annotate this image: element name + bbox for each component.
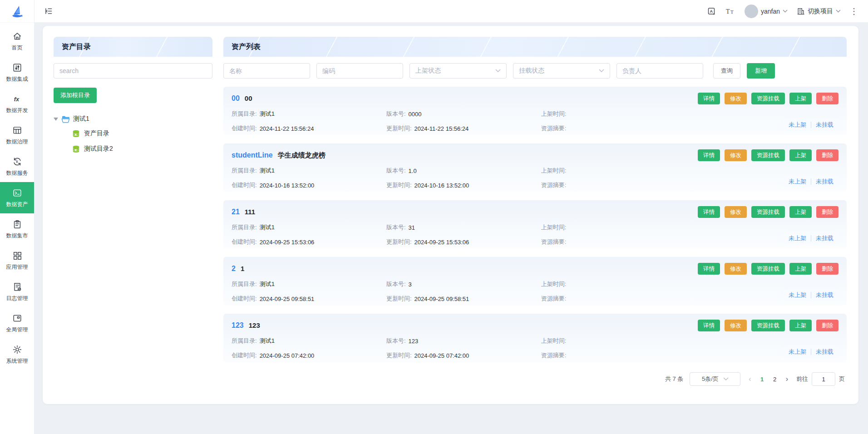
mount-status-select[interactable]: 挂载状态 xyxy=(513,63,610,79)
add-asset-button[interactable]: 新增 xyxy=(747,63,775,79)
detail-button[interactable]: 详情 xyxy=(698,320,720,331)
shelf-status-select[interactable]: 上架状态 xyxy=(409,63,507,79)
add-root-catalog-button[interactable]: 添加根目录 xyxy=(54,88,97,103)
tree-node-child[interactable]: ¥ 资产目录 xyxy=(72,126,212,141)
asset-card: 2 1 详情 修改 资源挂载 上架 删除 所属目录:测试1 版本号:3 上架时间… xyxy=(223,257,847,306)
shelve-button[interactable]: 上架 xyxy=(789,320,812,331)
sidebar-item-data-service[interactable]: ¥数据服务 xyxy=(0,151,34,182)
resource-mount-button[interactable]: 资源挂载 xyxy=(751,206,785,218)
owner-filter-input[interactable] xyxy=(616,63,703,79)
svg-text:¥: ¥ xyxy=(74,133,77,137)
not-shelved-tag[interactable]: 未上架 xyxy=(789,234,806,242)
not-shelved-tag[interactable]: 未上架 xyxy=(789,291,806,299)
not-mounted-tag[interactable]: 未挂载 xyxy=(816,121,833,129)
collapse-menu-icon[interactable] xyxy=(44,7,53,15)
not-shelved-tag[interactable]: 未上架 xyxy=(789,121,806,129)
asset-name: 1 xyxy=(241,265,244,272)
shelve-button[interactable]: 上架 xyxy=(789,149,812,161)
code-filter-input[interactable] xyxy=(316,63,403,79)
name-filter-input[interactable] xyxy=(223,63,310,79)
asset-code-link[interactable]: 00 xyxy=(232,94,240,103)
delete-button[interactable]: 删除 xyxy=(816,320,838,331)
asset-title: 123 123 xyxy=(232,321,260,330)
next-page-icon[interactable]: › xyxy=(784,375,790,383)
asset-code-link[interactable]: 123 xyxy=(232,321,244,330)
chevron-down-icon xyxy=(783,10,788,13)
resource-mount-button[interactable]: 资源挂载 xyxy=(751,93,785,104)
page-number-2[interactable]: 2 xyxy=(772,376,778,383)
goto-page-input[interactable] xyxy=(812,372,835,386)
not-shelved-tag[interactable]: 未上架 xyxy=(789,348,806,356)
updated-label: 更新时间: xyxy=(386,124,412,133)
resource-mount-button[interactable]: 资源挂载 xyxy=(751,149,785,161)
page-size-select[interactable]: 5条/页 xyxy=(690,372,740,386)
shelf-time-label: 上架时间: xyxy=(541,167,567,175)
not-mounted-tag[interactable]: 未挂载 xyxy=(816,178,833,186)
catalog-search-input[interactable] xyxy=(54,63,212,79)
catalog-panel-header: 资产目录 xyxy=(54,37,212,57)
not-shelved-tag[interactable]: 未上架 xyxy=(789,178,806,186)
app-logo[interactable] xyxy=(0,0,34,23)
resource-mount-button[interactable]: 资源挂载 xyxy=(751,320,785,331)
sidebar-item-data-mart[interactable]: 数据集市 xyxy=(0,213,34,245)
modify-button[interactable]: 修改 xyxy=(725,93,747,104)
gear-icon xyxy=(12,344,23,355)
sidebar-item-data-development[interactable]: fx数据开发 xyxy=(0,88,34,119)
asset-code-link[interactable]: 21 xyxy=(232,208,240,216)
delete-button[interactable]: 删除 xyxy=(816,149,838,161)
asset-code-link[interactable]: studentLine xyxy=(232,151,273,159)
shelve-button[interactable]: 上架 xyxy=(789,206,812,218)
modify-button[interactable]: 修改 xyxy=(725,320,747,331)
switch-project-menu[interactable]: 切换项目 xyxy=(797,7,841,15)
page-number-1[interactable]: 1 xyxy=(760,376,765,383)
modify-button[interactable]: 修改 xyxy=(725,149,747,161)
svg-text:T: T xyxy=(730,9,734,15)
detail-button[interactable]: 详情 xyxy=(698,206,720,218)
user-menu[interactable]: yanfan xyxy=(745,5,788,18)
sidebar-item-system-management[interactable]: 系统管理 xyxy=(0,339,34,370)
database-icon: ¥ xyxy=(72,129,80,138)
tree-child-label: 测试目录2 xyxy=(84,145,113,153)
font-size-icon[interactable]: T T xyxy=(725,7,735,15)
delete-button[interactable]: 删除 xyxy=(816,206,838,218)
asset-fields: 所属目录:测试1 版本号:1.0 上架时间: 创建时间:2024-10-16 1… xyxy=(232,167,838,189)
sidebar-item-app-management[interactable]: 应用管理 xyxy=(0,245,34,276)
sidebar-item-data-asset[interactable]: 数据资产 xyxy=(0,182,34,213)
created-value: 2024-10-16 13:52:00 xyxy=(260,182,315,189)
not-mounted-tag[interactable]: 未挂载 xyxy=(816,348,833,356)
created-label: 创建时间: xyxy=(232,181,257,189)
sidebar-item-global-management[interactable]: 全局管理 xyxy=(0,307,34,339)
updated-label: 更新时间: xyxy=(386,238,412,246)
caret-down-icon[interactable] xyxy=(54,118,58,121)
shelve-button[interactable]: 上架 xyxy=(789,263,812,275)
asset-code-link[interactable]: 2 xyxy=(232,265,236,273)
sidebar-item-label: 数据服务 xyxy=(6,169,28,177)
prev-page-icon[interactable]: ‹ xyxy=(747,375,753,383)
resource-mount-button[interactable]: 资源挂载 xyxy=(751,263,785,275)
asset-name: 123 xyxy=(249,321,260,329)
detail-button[interactable]: 详情 xyxy=(698,263,720,275)
modify-button[interactable]: 修改 xyxy=(725,206,747,218)
translate-icon[interactable]: A xyxy=(707,7,716,16)
pill-divider xyxy=(811,178,811,185)
summary-label: 资源摘要: xyxy=(541,351,567,360)
sidebar-item-home[interactable]: 首页 xyxy=(0,25,34,57)
delete-button[interactable]: 删除 xyxy=(816,263,838,275)
detail-button[interactable]: 详情 xyxy=(698,149,720,161)
asset-card: 123 123 详情 修改 资源挂载 上架 删除 所属目录:测试1 版本号:12… xyxy=(223,314,847,362)
detail-button[interactable]: 详情 xyxy=(698,93,720,104)
sidebar-item-data-governance[interactable]: 数据治理 xyxy=(0,119,34,151)
shelve-button[interactable]: 上架 xyxy=(789,93,812,104)
asset-actions: 详情 修改 资源挂载 上架 删除 xyxy=(698,320,838,331)
not-mounted-tag[interactable]: 未挂载 xyxy=(816,291,833,299)
more-options-icon[interactable]: ⋮ xyxy=(850,7,858,15)
sidebar-item-data-integration[interactable]: 数据集成 xyxy=(0,57,34,88)
modify-button[interactable]: 修改 xyxy=(725,263,747,275)
query-button[interactable]: 查询 xyxy=(713,63,740,79)
delete-button[interactable]: 删除 xyxy=(816,93,838,104)
not-mounted-tag[interactable]: 未挂载 xyxy=(816,234,833,242)
sidebar-item-log-management[interactable]: 日志管理 xyxy=(0,276,34,307)
tree-node-child[interactable]: ¥ 测试目录2 xyxy=(72,141,212,157)
updated-label: 更新时间: xyxy=(386,295,412,303)
tree-node-root[interactable]: 测试1 xyxy=(54,112,212,126)
